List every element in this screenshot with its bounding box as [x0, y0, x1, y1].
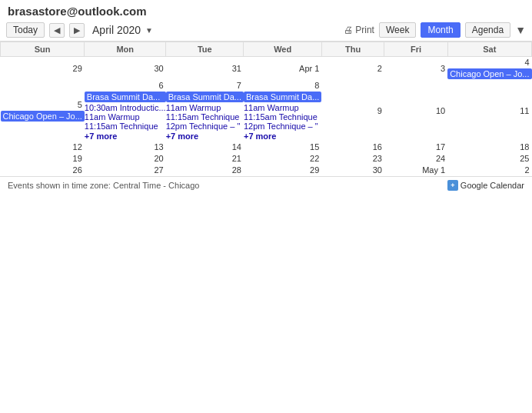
calendar-day: 13 [85, 142, 166, 153]
more-events-link[interactable]: +7 more [85, 132, 118, 141]
day-number: 21 [166, 153, 244, 165]
event-link[interactable]: 12pm Technique – " [166, 122, 244, 131]
day-number: 9 [321, 105, 384, 117]
day-number: 14 [166, 142, 244, 153]
event-link[interactable]: 11:15am Technique [85, 122, 166, 131]
event-block[interactable]: Chicago Open – Jo... [1, 111, 85, 122]
calendar-day: 18 [447, 142, 531, 153]
day-header-wed: Wed [244, 42, 321, 57]
calendar-day: 9 [321, 80, 384, 142]
day-number: 15 [244, 142, 321, 153]
day-header-fri: Fri [384, 42, 447, 57]
calendar-day: 3 [384, 57, 447, 81]
printer-icon: 🖨 [344, 25, 353, 35]
today-button[interactable]: Today [6, 22, 45, 38]
calendar-week-1: 5Chicago Open – Jo...6Brasa Summit Da...… [1, 80, 532, 142]
calendar-day: 2 [447, 165, 531, 176]
day-number: 20 [85, 153, 166, 165]
calendar-day: 14 [166, 142, 244, 153]
calendar-day: May 1 [384, 165, 447, 176]
print-label: Print [355, 25, 374, 35]
next-button[interactable]: ▶ [69, 23, 85, 38]
day-number: 11 [447, 105, 531, 117]
day-number: 27 [85, 165, 166, 176]
event-link[interactable]: 10:30am Introductic... [85, 103, 166, 112]
calendar-header: SunMonTueWedThuFriSat [1, 42, 532, 57]
calendar-day: 26 [1, 165, 85, 176]
agenda-view-button[interactable]: Agenda [465, 22, 510, 38]
day-number: 5 [1, 99, 85, 111]
calendar-day: 20 [85, 153, 166, 165]
calendar-day: 17 [384, 142, 447, 153]
day-number: May 1 [384, 165, 447, 176]
week-view-button[interactable]: Week [379, 22, 416, 38]
day-number: 24 [384, 153, 447, 165]
calendar-day: 2 [321, 57, 384, 81]
event-block[interactable]: Brasa Summit Da... [85, 92, 166, 102]
calendar-day: 6Brasa Summit Da...10:30am Introductic..… [85, 80, 166, 142]
event-block[interactable]: Brasa Summit Da... [166, 92, 244, 102]
day-header-tue: Tue [166, 42, 244, 57]
calendar-day: 30 [85, 57, 166, 81]
calendar-day: 29 [1, 57, 85, 81]
day-number: 7 [166, 80, 244, 92]
calendar-day: 15 [244, 142, 321, 153]
calendar-week-0: 293031Apr 1234Chicago Open – Jo... [1, 57, 532, 81]
calendar-day: 24 [384, 153, 447, 165]
month-view-button[interactable]: Month [421, 22, 460, 38]
timezone-label: Events shown in time zone: Central Time … [8, 181, 199, 190]
day-header-mon: Mon [85, 42, 166, 57]
event-link[interactable]: 11:15am Technique [244, 112, 321, 122]
day-number: 26 [1, 165, 85, 176]
calendar-day: 4Chicago Open – Jo... [447, 57, 531, 81]
calendar-week-2: 12131415161718 [1, 142, 532, 153]
calendar-day: 10 [384, 80, 447, 142]
event-link[interactable]: 11am Warmup [244, 103, 321, 112]
more-events-link[interactable]: +7 more [244, 132, 277, 141]
google-calendar-badge: + Google Calendar [447, 180, 524, 191]
calendar-day: 8Brasa Summit Da...11am Warmup11:15am Te… [244, 80, 321, 142]
calendar-day: 29 [244, 165, 321, 176]
prev-button[interactable]: ◀ [49, 23, 65, 38]
calendar-day: 21 [166, 153, 244, 165]
day-number: 29 [1, 63, 85, 75]
day-number: 8 [244, 80, 321, 92]
day-number: Apr 1 [244, 63, 321, 75]
event-link[interactable]: 11:15am Technique [166, 112, 244, 122]
day-number: 3 [384, 63, 447, 75]
calendar-day: 31 [166, 57, 244, 81]
calendar-day: 28 [166, 165, 244, 176]
calendar-day: 25 [447, 153, 531, 165]
event-link[interactable]: 12pm Technique – " [244, 122, 321, 131]
google-calendar-label: Google Calendar [461, 181, 524, 190]
event-link[interactable]: 11am Warmup [166, 103, 244, 112]
more-events-link[interactable]: +7 more [166, 132, 199, 141]
settings-icon[interactable]: ▼ [515, 24, 526, 36]
day-number: 31 [166, 63, 244, 75]
calendar-week-3: 19202122232425 [1, 153, 532, 165]
calendar-day: 16 [321, 142, 384, 153]
event-block[interactable]: Chicago Open – Jo... [447, 68, 531, 79]
event-link[interactable]: 11am Warmup [85, 112, 166, 122]
calendar-week-4: 2627282930May 12 [1, 165, 532, 176]
day-number: 2 [447, 165, 531, 176]
day-number: 17 [384, 142, 447, 153]
day-number: 16 [321, 142, 384, 153]
event-block[interactable]: Brasa Summit Da... [244, 92, 321, 102]
day-header-thu: Thu [321, 42, 384, 57]
month-dropdown-arrow[interactable]: ▼ [145, 26, 153, 35]
day-number: 28 [166, 165, 244, 176]
calendar-day: 22 [244, 153, 321, 165]
calendar-day: 5Chicago Open – Jo... [1, 80, 85, 142]
day-number: 6 [85, 80, 166, 92]
day-number: 10 [384, 105, 447, 117]
calendar-day: 19 [1, 153, 85, 165]
day-number: 29 [244, 165, 321, 176]
day-number: 12 [1, 142, 85, 153]
print-button[interactable]: 🖨 Print [344, 25, 374, 35]
calendar-day: 30 [321, 165, 384, 176]
day-number: 30 [321, 165, 384, 176]
day-number: 19 [1, 153, 85, 165]
day-number: 13 [85, 142, 166, 153]
day-header-sun: Sun [1, 42, 85, 57]
